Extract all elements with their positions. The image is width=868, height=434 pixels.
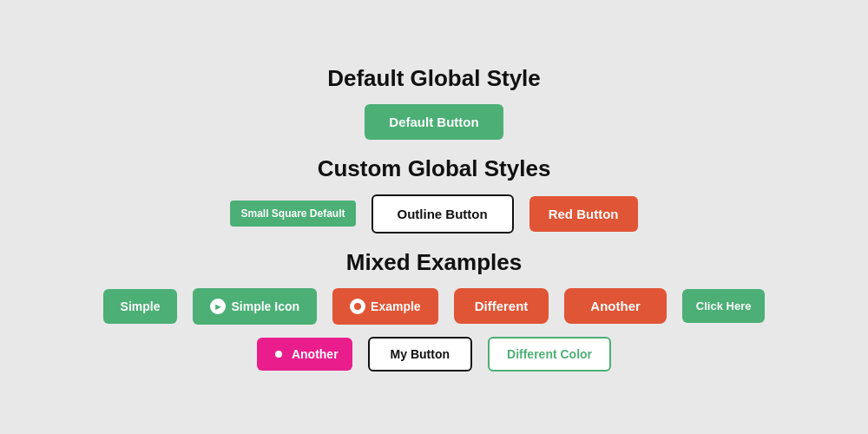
example-button[interactable]: Example: [332, 288, 438, 325]
pink-icon-circle: [271, 346, 286, 362]
my-button[interactable]: My Button: [368, 337, 472, 372]
another-pink-button[interactable]: Another: [257, 338, 352, 371]
main-container: Default Global Style Default Button Cust…: [0, 39, 868, 396]
another-button[interactable]: Another: [564, 288, 667, 324]
red-button[interactable]: Red Button: [529, 196, 638, 232]
arrow-icon: ►: [214, 301, 223, 312]
default-global-style-title: Default Global Style: [327, 65, 541, 92]
custom-global-styles-title: Custom Global Styles: [318, 155, 551, 182]
simple-button[interactable]: Simple: [103, 289, 178, 324]
click-here-button[interactable]: Click Here: [682, 289, 766, 323]
small-square-default-button[interactable]: Small Square Default: [230, 201, 355, 227]
mixed-row-2: Another My Button Different Color: [257, 337, 611, 372]
mixed-row-1: Simple ► Simple Icon Example Different A…: [103, 288, 766, 325]
section-custom: Custom Global Styles Small Square Defaul…: [0, 147, 868, 233]
different-button[interactable]: Different: [454, 288, 549, 324]
section-mixed: Mixed Examples Simple ► Simple Icon Exam…: [0, 240, 868, 372]
custom-button-row: Small Square Default Outline Button Red …: [230, 194, 637, 233]
example-icon-circle: [350, 299, 365, 314]
simple-icon-button[interactable]: ► Simple Icon: [193, 288, 317, 325]
pink-icon-dot: [275, 351, 282, 358]
example-icon-dot: [354, 303, 361, 310]
arrow-icon-circle: ►: [210, 299, 226, 314]
default-button[interactable]: Default Button: [365, 104, 503, 140]
outline-button[interactable]: Outline Button: [372, 194, 514, 233]
default-button-row: Default Button: [365, 104, 503, 140]
different-color-button[interactable]: Different Color: [488, 337, 611, 372]
mixed-examples-title: Mixed Examples: [346, 249, 522, 276]
section-default: Default Global Style Default Button: [0, 56, 868, 140]
